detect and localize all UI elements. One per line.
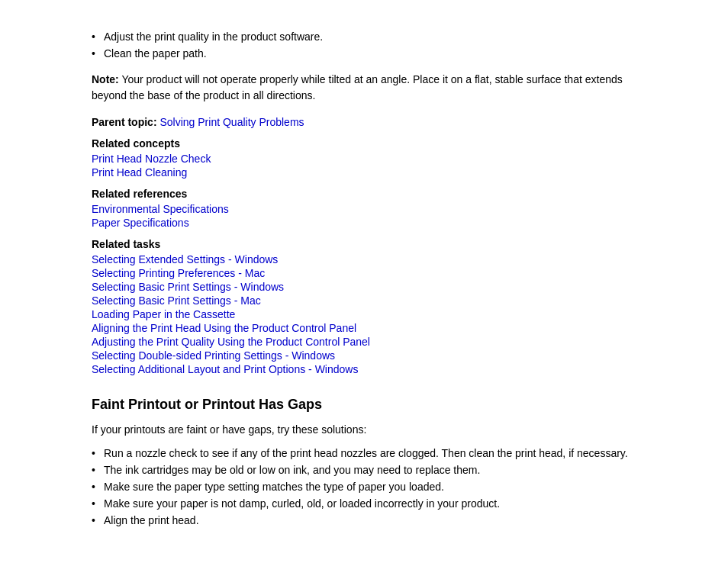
- parent-topic-link[interactable]: Solving Print Quality Problems: [159, 116, 304, 128]
- faint-bullet-4: Align the print head.: [92, 514, 636, 526]
- note-block: Note: Your product will not operate prop…: [92, 72, 636, 104]
- bullet-item-1: Adjust the print quality in the product …: [92, 31, 636, 43]
- related-concept-link-0[interactable]: Print Head Nozzle Check: [92, 153, 636, 165]
- related-task-link-2[interactable]: Selecting Basic Print Settings - Windows: [92, 281, 636, 293]
- bullet-item-2: Clean the paper path.: [92, 47, 636, 60]
- related-reference-link-0[interactable]: Environmental Specifications: [92, 203, 636, 215]
- note-text: Your product will not operate properly w…: [92, 73, 623, 101]
- faint-bullet-1: The ink cartridges may be old or low on …: [92, 464, 636, 476]
- related-references-section: Related references Environmental Specifi…: [92, 188, 636, 229]
- related-tasks-section: Related tasks Selecting Extended Setting…: [92, 238, 636, 375]
- faint-bullet-0: Run a nozzle check to see if any of the …: [92, 447, 636, 459]
- note-label: Note:: [92, 73, 119, 85]
- related-concepts-section: Related concepts Print Head Nozzle Check…: [92, 137, 636, 179]
- faint-bullet-3: Make sure your paper is not damp, curled…: [92, 497, 636, 510]
- related-task-link-7[interactable]: Selecting Double-sided Printing Settings…: [92, 349, 636, 362]
- related-task-link-8[interactable]: Selecting Additional Layout and Print Op…: [92, 363, 636, 375]
- faint-section-intro: If your printouts are faint or have gaps…: [92, 422, 636, 438]
- parent-topic-label: Parent topic:: [92, 116, 157, 128]
- parent-topic-line: Parent topic: Solving Print Quality Prob…: [92, 116, 636, 128]
- related-tasks-label: Related tasks: [92, 238, 636, 250]
- related-task-link-3[interactable]: Selecting Basic Print Settings - Mac: [92, 294, 636, 307]
- faint-bullet-list: Run a nozzle check to see if any of the …: [92, 447, 636, 526]
- faint-bullet-2: Make sure the paper type setting matches…: [92, 481, 636, 493]
- page-content: Adjust the print quality in the product …: [0, 0, 728, 563]
- related-concepts-label: Related concepts: [92, 137, 636, 150]
- faint-section-heading: Faint Printout or Printout Has Gaps: [92, 397, 636, 413]
- faint-printout-section: Faint Printout or Printout Has Gaps If y…: [92, 397, 636, 526]
- related-task-link-1[interactable]: Selecting Printing Preferences - Mac: [92, 267, 636, 279]
- related-references-label: Related references: [92, 188, 636, 200]
- related-task-link-5[interactable]: Aligning the Print Head Using the Produc…: [92, 322, 636, 334]
- related-concept-link-1[interactable]: Print Head Cleaning: [92, 166, 636, 179]
- related-task-link-6[interactable]: Adjusting the Print Quality Using the Pr…: [92, 336, 636, 348]
- related-reference-link-1[interactable]: Paper Specifications: [92, 217, 636, 229]
- related-task-link-4[interactable]: Loading Paper in the Cassette: [92, 308, 636, 320]
- related-task-link-0[interactable]: Selecting Extended Settings - Windows: [92, 253, 636, 265]
- top-bullet-list: Adjust the print quality in the product …: [92, 31, 636, 60]
